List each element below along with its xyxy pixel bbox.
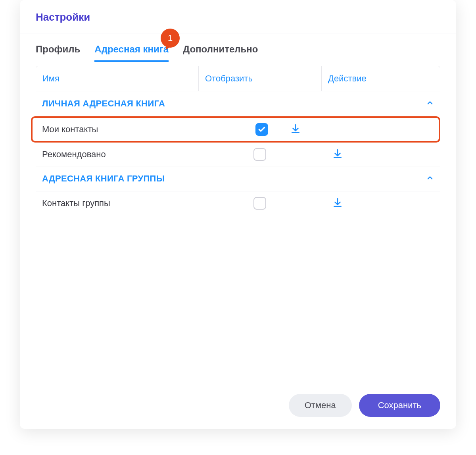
download-icon[interactable]: [290, 123, 301, 135]
tab-address-book-label: Адресная книга: [94, 44, 169, 54]
table-row: Контакты группы: [36, 191, 440, 215]
download-icon[interactable]: [332, 148, 343, 160]
row-display-cell: [198, 148, 321, 161]
row-name: Контакты группы: [36, 192, 198, 215]
tabs-bar: Профиль Адресная книга 1 Дополнительно: [20, 33, 456, 62]
row-action-cell: [279, 123, 439, 135]
display-checkbox[interactable]: [253, 197, 266, 210]
column-header-action[interactable]: Действие: [322, 66, 440, 91]
save-button[interactable]: Сохранить: [359, 394, 440, 417]
download-icon[interactable]: [332, 197, 343, 209]
section-header-group[interactable]: АДРЕСНАЯ КНИГА ГРУППЫ: [36, 166, 440, 191]
tab-address-book[interactable]: Адресная книга 1: [94, 36, 169, 62]
modal-header: Настройки: [20, 0, 456, 33]
column-header-name[interactable]: Имя: [36, 66, 199, 91]
row-name: Мои контакты: [33, 118, 200, 141]
modal-footer: Отмена Сохранить: [289, 394, 440, 417]
tab-additional[interactable]: Дополнительно: [183, 36, 258, 62]
row-display-cell: [200, 123, 279, 136]
row-name: Рекомендовано: [36, 143, 198, 166]
chevron-up-icon: [426, 99, 434, 108]
settings-modal: Настройки Профиль Адресная книга 1 Допол…: [20, 0, 456, 429]
row-display-cell: [198, 197, 321, 210]
section-header-personal[interactable]: ЛИЧНАЯ АДРЕСНАЯ КНИГА: [36, 91, 440, 116]
display-checkbox[interactable]: [253, 148, 266, 161]
row-action-cell: [321, 197, 440, 209]
tab-profile[interactable]: Профиль: [36, 36, 80, 62]
section-title: ЛИЧНАЯ АДРЕСНАЯ КНИГА: [42, 98, 165, 109]
column-header-display[interactable]: Отобразить: [199, 66, 322, 91]
table-header-row: Имя Отобразить Действие: [36, 66, 440, 91]
section-title: АДРЕСНАЯ КНИГА ГРУППЫ: [42, 174, 165, 184]
cancel-button[interactable]: Отмена: [289, 394, 352, 417]
callout-badge-wrap: 1: [161, 29, 180, 48]
chevron-up-icon: [426, 174, 434, 183]
content-area: Имя Отобразить Действие ЛИЧНАЯ АДРЕСНАЯ …: [20, 66, 456, 215]
display-checkbox[interactable]: [255, 123, 268, 136]
page-title: Настройки: [36, 11, 440, 23]
callout-badge: 1: [161, 29, 180, 48]
table-row: Рекомендовано: [36, 143, 440, 166]
table-row: Мои контакты: [31, 116, 440, 143]
row-action-cell: [321, 148, 440, 160]
